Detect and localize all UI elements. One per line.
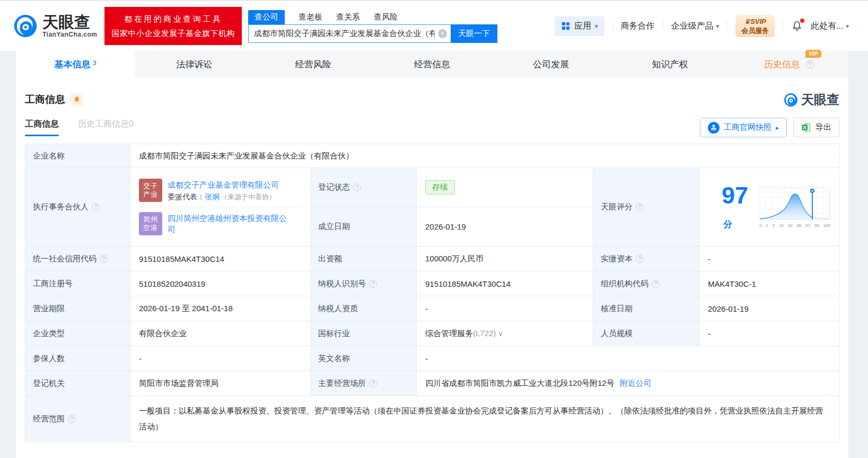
vip-badge: VIP [805,50,821,58]
nav-enterprise-products[interactable]: 企业级产品 ▾ [671,21,720,32]
tab-label: 基本信息 [55,58,91,71]
apps-menu[interactable]: 应用 ▾ [555,16,604,36]
search-tab-risk[interactable]: 查风险 [374,10,398,24]
help-icon[interactable]: ? [652,280,660,288]
field-label: 登记机关 [25,371,130,396]
field-label: 企业名称 [25,144,130,168]
help-icon[interactable]: ? [353,183,361,191]
score-distribution-chart: 0131550859799100 [759,187,830,228]
search-tab-boss[interactable]: 查老板 [299,10,322,24]
partner-avatar[interactable]: 交子 产业 [139,179,162,202]
subscribe-bell-icon[interactable] [71,93,83,106]
score-value: 97分 [722,183,749,231]
enterprise-label: 企业级产品 [671,21,714,32]
representative-link[interactable]: 张炯 [205,192,220,201]
apps-label: 应用 [574,21,591,32]
clear-search-icon[interactable]: × [438,29,447,38]
caret-down-icon: ▾ [846,23,849,30]
section-title: 工商信息 [25,93,65,107]
table-row: 经营范围? 一般项目：以私募基金从事股权投资、投资管理、资产管理等活动（须在中国… [25,396,839,442]
business-info-table: 企业名称 成都市简阳交子满园未来产业发展基金合伙企业（有限合伙） 执行事务合伙人… [25,144,839,442]
notifications-bell-icon[interactable] [791,20,803,32]
nav-divider [783,22,783,30]
company-type-value: 有限合伙企业 [130,321,311,346]
help-icon[interactable]: ? [68,415,76,423]
tab-intellectual-property[interactable]: 知识产权 [610,51,729,77]
chevron-down-icon[interactable]: ∨ [498,330,503,338]
svip-member-button[interactable]: ♛SVIP 会员服务 [735,15,775,37]
partner-company-link[interactable]: 成都交子产业基金管理有限公司 [168,179,279,190]
tab-company-development[interactable]: 公司发展 [492,51,610,77]
staff-size-value: - [699,321,839,346]
nearby-companies-link[interactable]: 附近公司 [620,378,652,387]
tab-label: 知识产权 [652,58,688,71]
field-label: 统一社会信用代码? [25,246,130,271]
caret-down-icon: ▾ [595,23,598,30]
company-name-value: 成都市简阳交子满园未来产业发展基金合伙企业（有限合伙） [130,144,839,168]
tab-label: 法律诉讼 [176,58,212,71]
help-icon[interactable]: ? [806,60,814,68]
watermark-text: 天眼查 [801,91,839,108]
help-icon[interactable]: ? [92,203,100,211]
field-label: 登记状态? [311,168,417,207]
table-row: 企业类型 有限合伙企业 国标行业 综合管理服务(L722)∨ 人员规模 - [25,321,839,346]
help-icon[interactable]: ? [100,255,108,263]
business-scope-value: 一般项目：以私募基金从事股权投资、投资管理、资产管理等活动（须在中国证券投资基金… [130,396,839,442]
paid-capital-value: - [699,246,839,271]
help-icon[interactable]: ? [636,255,644,263]
subtab-business-info[interactable]: 工商信息 [25,119,59,136]
partner-item: 交子 产业 成都交子产业基金管理有限公司 委派代表：张炯（来源于中基协） [139,174,302,207]
nav-divider [663,22,663,30]
credit-code-value: 91510185MAK4T30C14 [130,246,311,271]
search-tab-company[interactable]: 查公司 [248,10,285,24]
export-button[interactable]: 导出 [793,118,839,137]
field-label: 参保人数 [25,346,130,371]
official-snapshot-button[interactable]: 工商官网快照 ▸ [700,118,787,137]
help-icon[interactable]: ? [636,203,644,211]
tab-count: 3 [93,59,97,67]
tab-history-info[interactable]: 历史信息 ? VIP [730,51,848,77]
tianyancha-eye-icon [784,93,798,107]
nav-business-cooperation[interactable]: 商务合作 [621,21,655,32]
executive-partners-cell: 交子 产业 成都交子产业基金管理有限公司 委派代表：张炯（来源于中基协） [130,168,311,246]
registration-status-cell: 存续 [417,168,593,207]
table-row: 执行事务合伙人? 交子 产业 成都交子产业基金管理有限公司 委派代表：张炯（来源… [25,168,839,207]
english-name-value: - [417,346,839,371]
field-label: 纳税人识别号? [311,271,417,296]
subtab-history-business-info[interactable]: 历史工商信息0 [78,119,134,136]
tab-legal-proceedings[interactable]: 法律诉讼 [135,51,253,77]
partner-avatar[interactable]: 简州 空港 [139,212,162,235]
promo-banner: 都在用的商业查询工具 国家中小企业发展子基金旗下机构 [104,7,242,45]
tab-label: 历史信息 [764,58,800,71]
search-button[interactable]: 天眼一下 [451,24,497,43]
field-label: 营业期限 [25,296,130,321]
table-row: 工商注册号 510185202040319 纳税人识别号? 91510185MA… [25,271,839,296]
help-icon[interactable]: ? [369,380,377,387]
subtab-label: 历史工商信息0 [78,119,134,128]
industry-code: (L722) [473,329,496,338]
notification-dot [800,19,804,23]
help-icon[interactable]: ? [369,280,377,288]
field-label: 经营范围? [25,396,130,442]
search-tab-relation[interactable]: 查关系 [336,10,360,24]
field-label: 工商注册号 [25,271,130,296]
apps-grid-icon [561,21,571,31]
partner-company-link[interactable]: 四川简州空港雄州资本投资有限公司 [168,213,291,235]
field-label: 英文名称 [311,346,417,371]
establish-date-value: 2026-01-19 [417,207,593,246]
field-label: 企业类型 [25,321,130,346]
tab-operation-info[interactable]: 经营信息 [373,51,492,77]
tab-label: 经营风险 [295,58,331,71]
svip-label: SVIP [750,17,766,25]
field-label: 执行事务合伙人? [25,168,130,246]
tab-basic-info[interactable]: 基本信息 3 [16,51,135,77]
business-term-value: 2026-01-19 至 2041-01-18 [130,296,311,321]
org-code-value: MAK4T30C-1 [699,271,839,296]
rep-source: （来源于中基协） [221,193,276,201]
tab-operation-risk[interactable]: 经营风险 [254,51,373,77]
user-menu[interactable]: 此处有... ▾ [811,21,849,32]
table-row: 统一社会信用代码? 91510185MAK4T30C14 出资额 100000万… [25,246,839,271]
tianyancha-logo[interactable]: 天眼查 TianYanCha.com [13,14,97,38]
promo-line2: 国家中小企业发展子基金旗下机构 [111,26,235,40]
search-input[interactable] [248,24,451,43]
